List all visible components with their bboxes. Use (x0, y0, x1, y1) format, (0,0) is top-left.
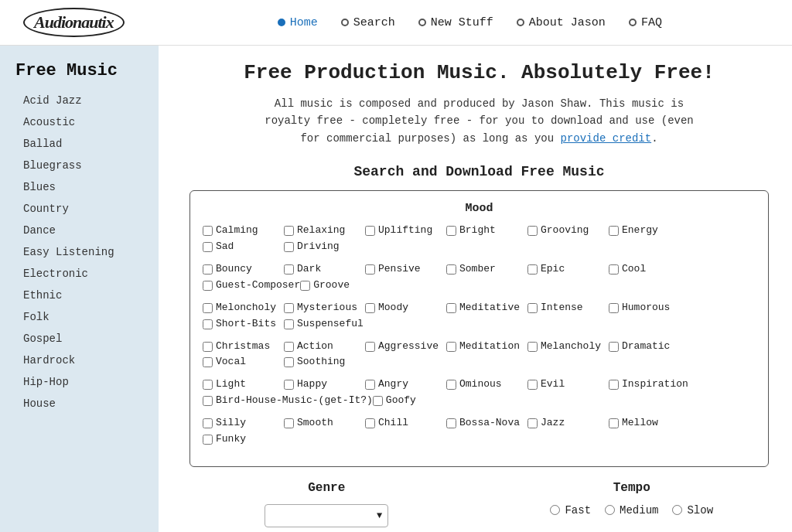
mood-item-christmas: Christmas (203, 340, 284, 353)
mood-item-silly: Silly (203, 417, 284, 430)
mood-checkbox-silly[interactable] (203, 418, 213, 428)
mood-label-text: Energy (622, 224, 658, 237)
mood-checkbox-epic[interactable] (527, 264, 538, 275)
mood-label-text: Sad (216, 240, 234, 254)
mood-checkbox-grooving[interactable] (527, 226, 538, 236)
mood-checkbox-soothing[interactable] (284, 357, 294, 367)
sidebar: Free Music Acid JazzAcousticBalladBluegr… (0, 46, 159, 532)
nav-item-faq[interactable]: FAQ (629, 16, 662, 29)
mood-label-text: Moody (378, 302, 408, 315)
mood-item-light: Light (203, 378, 284, 391)
nav-dot-icon (341, 19, 349, 26)
mood-checkbox-action[interactable] (284, 342, 294, 352)
nav-item-new-stuff[interactable]: New Stuff (418, 16, 493, 29)
mood-checkbox-goofy[interactable] (373, 396, 383, 406)
mood-checkbox-guest-composer[interactable] (203, 281, 213, 291)
mood-checkbox-mellow[interactable] (609, 418, 619, 428)
genre-select[interactable]: AcousticElectronicJazzRockClassical (265, 504, 388, 527)
mood-checkbox-jazz[interactable] (527, 418, 538, 428)
sidebar-item-electronic[interactable]: Electronic (0, 263, 159, 285)
mood-checkbox-bright[interactable] (446, 226, 456, 236)
sidebar-item-blues[interactable]: Blues (0, 176, 159, 198)
mood-checkbox-evil[interactable] (527, 380, 538, 390)
mood-label-text: Ominous (459, 378, 502, 391)
mood-checkbox-moody[interactable] (365, 303, 375, 313)
sidebar-item-gospel[interactable]: Gospel (0, 328, 159, 350)
sidebar-item-easy-listening[interactable]: Easy Listening (0, 241, 159, 263)
sidebar-item-acid-jazz[interactable]: Acid Jazz (0, 90, 159, 111)
mood-checkbox-light[interactable] (203, 380, 213, 390)
mood-checkbox-meloncholy[interactable] (203, 303, 213, 313)
mood-label-text: Bouncy (216, 263, 252, 276)
mood-checkbox-vocal[interactable] (203, 357, 213, 367)
mood-checkbox-energy[interactable] (609, 226, 619, 236)
mood-item-aggressive: Aggressive (365, 340, 446, 353)
mood-checkbox-short-bits[interactable] (203, 319, 213, 329)
tempo-radio-slow[interactable] (672, 505, 682, 515)
mood-checkbox-angry[interactable] (365, 380, 375, 390)
mood-checkbox-mysterious[interactable] (284, 303, 294, 313)
mood-checkbox-uplifting[interactable] (365, 226, 375, 236)
mood-item-humorous: Humorous (609, 302, 690, 315)
tempo-item-fast: Fast (550, 504, 591, 517)
mood-checkbox-sad[interactable] (203, 242, 213, 252)
tempo-radio-medium[interactable] (605, 505, 615, 515)
mood-checkbox-funky[interactable] (203, 435, 213, 445)
provide-credit-link[interactable]: provide credit (561, 132, 652, 145)
sidebar-item-country[interactable]: Country (0, 198, 159, 220)
mood-checkbox-happy[interactable] (284, 380, 294, 390)
sidebar-item-bluegrass[interactable]: Bluegrass (0, 155, 159, 176)
mood-label-text: Meditative (459, 302, 520, 315)
mood-label-text: Meloncholy (216, 302, 276, 315)
mood-checkbox-humorous[interactable] (609, 303, 619, 313)
sidebar-item-folk[interactable]: Folk (0, 306, 159, 328)
mood-checkbox-bird-house-music--get-it?-[interactable] (203, 396, 213, 406)
mood-checkbox-christmas[interactable] (203, 342, 213, 352)
sidebar-item-dance[interactable]: Dance (0, 220, 159, 241)
mood-checkbox-meditation[interactable] (446, 342, 456, 352)
mood-checkbox-ominous[interactable] (446, 380, 456, 390)
mood-checkbox-driving[interactable] (284, 242, 294, 252)
mood-item-dramatic: Dramatic (609, 340, 690, 353)
nav-item-about-jason[interactable]: About Jason (517, 16, 606, 29)
mood-checkbox-chill[interactable] (365, 418, 375, 428)
mood-checkbox-cool[interactable] (609, 264, 619, 275)
mood-checkbox-smooth[interactable] (284, 418, 294, 428)
mood-checkbox-calming[interactable] (203, 226, 213, 236)
sidebar-item-house[interactable]: House (0, 393, 159, 414)
mood-label-text: Funky (216, 433, 246, 446)
sidebar-item-hardrock[interactable]: Hardrock (0, 350, 159, 371)
mood-label-text: Angry (378, 378, 408, 391)
mood-checkbox-intense[interactable] (527, 303, 538, 313)
mood-checkbox-groove[interactable] (300, 281, 310, 291)
tempo-label: Medium (620, 504, 658, 517)
content-area: Free Production Music. Absolutely Free! … (159, 46, 792, 532)
mood-label-text: Bird-House-Music-(get-It?) (216, 394, 373, 408)
sidebar-item-ethnic[interactable]: Ethnic (0, 285, 159, 306)
mood-checkbox-inspiration[interactable] (609, 380, 619, 390)
tempo-radio-fast[interactable] (550, 505, 560, 515)
mood-checkbox-somber[interactable] (446, 264, 456, 275)
mood-checkbox-aggressive[interactable] (365, 342, 375, 352)
mood-checkbox-dramatic[interactable] (609, 342, 619, 352)
nav-item-search[interactable]: Search (341, 16, 395, 29)
mood-item-grooving: Grooving (527, 224, 609, 237)
mood-checkbox-meditative[interactable] (446, 303, 456, 313)
sidebar-item-hip-hop[interactable]: Hip-Hop (0, 371, 159, 393)
mood-item-dark: Dark (284, 263, 365, 276)
mood-row: BouncyDarkPensiveSomberEpicCoolGuest-Com… (203, 263, 756, 295)
mood-checkbox-bouncy[interactable] (203, 264, 213, 275)
nav-item-home[interactable]: Home (278, 16, 318, 29)
mood-label-text: Epic (541, 263, 565, 276)
mood-checkbox-dark[interactable] (284, 264, 294, 275)
mood-checkbox-melancholy[interactable] (527, 342, 538, 352)
sidebar-item-ballad[interactable]: Ballad (0, 133, 159, 155)
nav-dot-icon (278, 19, 285, 26)
mood-checkbox-relaxing[interactable] (284, 226, 294, 236)
mood-checkbox-pensive[interactable] (365, 264, 375, 275)
mood-row: LightHappyAngryOminousEvilInspirationBir… (203, 378, 756, 411)
genre-title: Genre (189, 481, 464, 495)
mood-checkbox-bossa-nova[interactable] (446, 418, 456, 428)
mood-checkbox-suspenseful[interactable] (284, 319, 294, 329)
sidebar-item-acoustic[interactable]: Acoustic (0, 111, 159, 133)
